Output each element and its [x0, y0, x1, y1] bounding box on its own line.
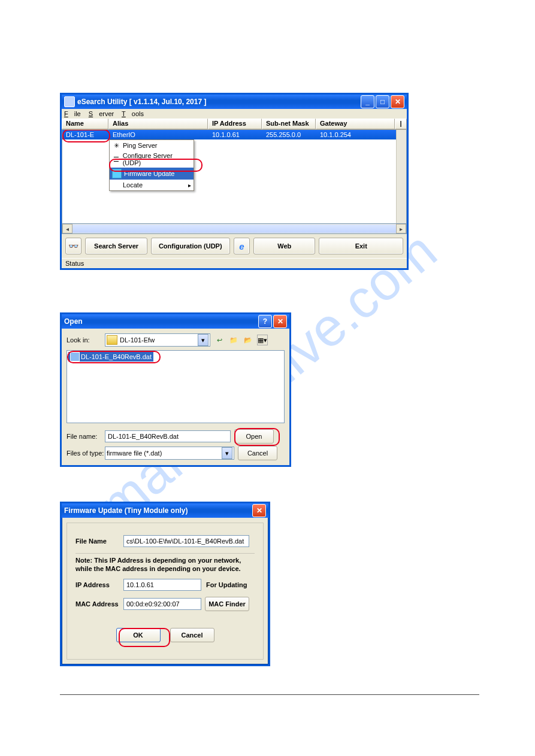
folder-icon — [107, 335, 117, 345]
file-type-label: Files of type: — [67, 450, 105, 457]
firmware-title: Firmware Update (Tiny Module only) — [64, 506, 251, 515]
file-item-selected[interactable]: DL-101-E_B40RevB.dat — [68, 352, 153, 362]
cm-locate[interactable]: Locate ▸ — [110, 180, 194, 190]
cell-alias: EtherIO — [109, 131, 208, 138]
scroll-right-arrow[interactable]: ▸ — [396, 224, 406, 233]
open-close-button[interactable]: ✕ — [273, 315, 287, 328]
file-type-combo[interactable]: firmware file (*.dat) ▾ — [105, 447, 234, 460]
fw-filename-input[interactable] — [123, 535, 249, 547]
lookin-combo[interactable]: DL-101-Efw ▾ — [105, 333, 210, 347]
col-name[interactable]: Name — [62, 119, 108, 129]
horizontal-scrollbar[interactable]: ◂ ▸ — [62, 224, 407, 234]
listview-header: Name Alias IP Address Sub-net Mask Gatew… — [62, 119, 407, 130]
fw-ip-label: IP Address — [75, 581, 123, 588]
scroll-track[interactable] — [72, 224, 396, 233]
bottom-toolbar: 👓 Search Server Configuration (UDP) e We… — [62, 234, 407, 258]
cm-configure-label: Configure Server (UDP) — [123, 152, 191, 166]
caret-down-icon-2[interactable]: ▾ — [222, 447, 232, 459]
ie-icon: e — [239, 241, 244, 251]
firmware-body: File Name Note: This IP Address is depen… — [67, 523, 264, 660]
cell-gateway: 10.1.0.254 — [316, 131, 406, 138]
titlebar-esearch: eSearch Utility [ v1.1.14, Jul.10, 2017 … — [62, 95, 407, 109]
fw-note: Note: This IP Address is depending on yo… — [75, 556, 255, 573]
cancel-button[interactable]: Cancel — [238, 446, 277, 460]
window-title: eSearch Utility [ v1.1.14, Jul.10, 2017 … — [77, 98, 359, 106]
fw-filename-label: File Name — [75, 538, 123, 545]
app-icon — [64, 96, 75, 107]
file-list-area[interactable]: DL-101-E_B40RevB.dat — [67, 350, 285, 423]
cell-subnet: 255.255.0.0 — [262, 131, 316, 138]
fw-cancel-button[interactable]: Cancel — [170, 628, 214, 642]
vertical-scrollbar[interactable] — [396, 130, 406, 223]
cm-ping-server[interactable]: ✳ Ping Server — [110, 140, 194, 151]
file-item-label: DL-101-E_B40RevB.dat — [81, 353, 152, 360]
binoculars-icon: 👓 — [68, 241, 78, 251]
fw-note-line2: while the MAC address in depending on yo… — [75, 565, 241, 572]
window-esearch: eSearch Utility [ v1.1.14, Jul.10, 2017 … — [60, 93, 409, 270]
cell-name: DL-101-E — [62, 131, 109, 138]
footer-hr — [60, 694, 479, 695]
open-button[interactable]: Open — [234, 429, 274, 444]
cm-ping-label: Ping Server — [123, 142, 157, 149]
search-server-button[interactable]: Search Server — [85, 238, 147, 254]
list-row-selected[interactable]: DL-101-E EtherIO 10.1.0.61 255.255.0.0 1… — [62, 130, 406, 139]
datfile-icon — [70, 352, 80, 362]
menu-file[interactable]: FFileile — [64, 110, 81, 117]
maximize-button[interactable]: □ — [376, 95, 389, 108]
menu-bar: FFileile Server Tools — [62, 109, 407, 119]
web-button[interactable]: Web — [253, 238, 315, 254]
fw-ip-after: For Updating — [206, 581, 247, 588]
col-subnet[interactable]: Sub-net Mask — [262, 119, 316, 129]
cm-configure-server[interactable]: ☰ Configure Server (UDP) — [110, 151, 194, 168]
minimize-button[interactable]: _ — [361, 95, 374, 108]
open-body: Look in: DL-101-Efw ▾ ↩ 📁 📂 ▦▾ DL-101-E_… — [62, 329, 289, 465]
cm-firmware-label: Firmware Update — [124, 170, 174, 177]
col-ip[interactable]: IP Address — [208, 119, 262, 129]
file-name-input[interactable] — [105, 430, 231, 442]
cell-ip: 10.1.0.61 — [208, 131, 262, 138]
listview-body[interactable]: DL-101-E EtherIO 10.1.0.61 255.255.0.0 1… — [62, 130, 407, 224]
col-gateway[interactable]: Gateway — [316, 119, 395, 129]
back-icon[interactable]: ↩ — [214, 335, 225, 345]
caret-down-icon[interactable]: ▾ — [198, 334, 208, 346]
view-menu-icon[interactable]: ▦▾ — [257, 335, 268, 345]
window-firmware-update: Firmware Update (Tiny Module only) ✕ Fil… — [60, 502, 270, 666]
context-menu: ✳ Ping Server ☰ Configure Server (UDP) F… — [109, 139, 194, 191]
lookin-label: Look in: — [67, 336, 105, 344]
search-icon-button[interactable]: 👓 — [65, 238, 81, 254]
web-icon-button[interactable]: e — [234, 238, 250, 254]
fw-ip-input[interactable] — [123, 579, 201, 591]
page-root: manualshive.com eSearch Utility [ v1.1.1… — [0, 0, 535, 756]
open-title: Open — [64, 317, 257, 326]
titlebar-firmware: Firmware Update (Tiny Module only) ✕ — [62, 503, 268, 518]
ok-button[interactable]: OK — [116, 628, 161, 642]
mac-finder-button[interactable]: MAC Finder — [205, 597, 249, 611]
firmware-icon — [112, 169, 122, 178]
cm-locate-label: Locate — [123, 181, 143, 189]
window-open-dialog: Open ? ✕ Look in: DL-101-Efw ▾ ↩ 📁 📂 ▦▾ — [60, 312, 291, 467]
configuration-button[interactable]: Configuration (UDP) — [151, 238, 230, 254]
col-last[interactable]: | — [395, 119, 407, 129]
cm-firmware-update[interactable]: Firmware Update — [110, 168, 194, 180]
fw-note-line1: Note: This IP Address is depending on yo… — [75, 557, 241, 564]
new-folder-icon[interactable]: 📂 — [243, 335, 253, 345]
fw-mac-label: MAC Address — [75, 600, 123, 608]
submenu-arrow-icon: ▸ — [188, 182, 191, 189]
col-alias[interactable]: Alias — [108, 119, 208, 129]
firmware-close-button[interactable]: ✕ — [252, 504, 266, 517]
help-button[interactable]: ? — [258, 315, 272, 328]
file-type-value: firmware file (*.dat) — [107, 450, 162, 457]
menu-tools[interactable]: Tools — [122, 110, 144, 117]
configure-icon: ☰ — [112, 155, 120, 163]
lookin-value: DL-101-Efw — [120, 336, 155, 344]
fw-mac-input[interactable] — [123, 598, 201, 610]
menu-server[interactable]: Server — [89, 110, 114, 117]
ping-icon: ✳ — [112, 141, 120, 150]
open-toolbar: ↩ 📁 📂 ▦▾ — [214, 335, 268, 345]
up-folder-icon[interactable]: 📁 — [228, 335, 239, 345]
close-button[interactable]: ✕ — [391, 95, 404, 108]
scroll-left-arrow[interactable]: ◂ — [62, 224, 72, 233]
exit-button[interactable]: Exit — [319, 238, 403, 254]
titlebar-open: Open ? ✕ — [62, 314, 289, 329]
file-name-label: File name: — [67, 433, 105, 440]
